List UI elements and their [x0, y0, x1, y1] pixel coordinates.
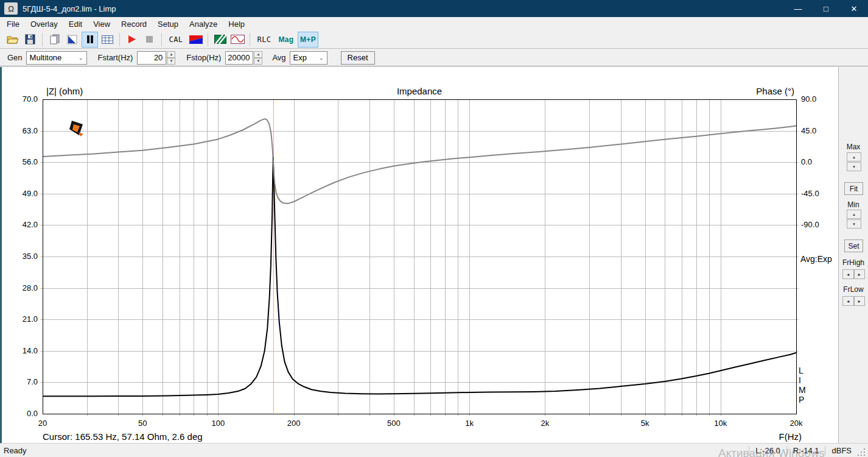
min-stepper[interactable]: ▲▼ — [847, 210, 861, 229]
cal-text-icon: CAL — [169, 35, 183, 44]
generator-setup-button[interactable] — [187, 32, 204, 48]
step-down-icon[interactable]: ▼ — [167, 58, 175, 65]
toolbar-separator — [42, 33, 43, 46]
step-down-icon[interactable]: ▼ — [254, 58, 262, 65]
chevron-down-icon: ⌄ — [319, 55, 324, 61]
generator-type-select[interactable]: Multitone ⌄ — [26, 51, 87, 65]
fit-label: Fit — [850, 185, 858, 193]
generator-controls: Gen Multitone ⌄ Fstart(Hz) 20 ▲▼ Fstop(H… — [0, 49, 868, 66]
menubar: FileOverlayEditViewRecordSetupAnalyzeHel… — [0, 17, 868, 30]
fstart-label: Fstart(Hz) — [98, 53, 133, 62]
arrow-left-icon[interactable]: ◄ — [842, 269, 854, 279]
step-up-icon[interactable]: ▲ — [167, 51, 175, 58]
step-down-icon[interactable]: ▼ — [847, 162, 861, 171]
step-down-icon[interactable]: ▼ — [847, 219, 861, 228]
table-grid-icon — [102, 35, 113, 44]
set-button[interactable]: Set — [844, 239, 863, 252]
record-start-button[interactable] — [124, 32, 140, 48]
open-file-button[interactable] — [4, 32, 21, 48]
chart-plot-area[interactable] — [43, 99, 796, 414]
toolbar-separator — [250, 33, 250, 46]
arrow-right-icon[interactable]: ► — [854, 296, 866, 306]
gen-label: Gen — [7, 53, 23, 62]
status-separator — [786, 446, 787, 455]
fstop-label: Fstop(Hz) — [186, 53, 221, 62]
calibrate-button[interactable]: CAL — [166, 32, 186, 48]
open-folder-icon — [7, 35, 19, 44]
rlc-mode-button[interactable]: RLC — [254, 32, 275, 48]
magnitude-view-button[interactable]: Mag — [276, 32, 296, 48]
reset-label: Reset — [348, 53, 368, 62]
menu-item-help[interactable]: Help — [223, 18, 250, 30]
status-right-level: R:-14.1 — [793, 446, 819, 455]
status-ready: Ready — [0, 446, 743, 455]
status-units: dBFS — [831, 446, 852, 455]
status-separator — [749, 446, 749, 455]
copy-button[interactable] — [46, 32, 63, 48]
menu-item-record[interactable]: Record — [116, 18, 152, 30]
sine-wave-icon — [231, 35, 245, 44]
step-up-icon[interactable]: ▲ — [254, 51, 262, 58]
menu-item-edit[interactable]: Edit — [63, 18, 88, 30]
fstart-stepper[interactable]: ▲▼ — [167, 51, 175, 65]
menu-item-setup[interactable]: Setup — [152, 18, 184, 30]
min-label: Min — [839, 200, 868, 209]
max-label: Max — [839, 143, 868, 151]
pause-icon — [86, 35, 94, 43]
table-view-button[interactable] — [99, 32, 116, 48]
step-up-icon[interactable]: ▲ — [847, 210, 861, 219]
toolbar-separator — [208, 33, 208, 46]
step-up-icon[interactable]: ▲ — [847, 152, 861, 161]
overlay-button[interactable] — [64, 32, 80, 48]
set-label: Set — [848, 242, 859, 250]
avg-value: Exp — [293, 53, 307, 62]
menu-item-view[interactable]: View — [88, 18, 116, 30]
record-stop-button[interactable] — [141, 32, 158, 48]
toolbar-separator — [161, 33, 162, 46]
magnitude-phase-view-button[interactable]: M+P — [298, 32, 318, 48]
scale-panel: Max ▲▼ Fit Min ▲▼ Set FrHigh ◄► FrLow ◄► — [838, 67, 868, 443]
avg-select[interactable]: Exp ⌄ — [290, 51, 327, 65]
stop-icon — [145, 35, 153, 43]
rlc-text-icon: RLC — [257, 35, 271, 44]
limp-app-window: Ω 5ГДШ-5-4_доп2.lim - Limp — □ ✕ FileOve… — [0, 0, 868, 457]
frhigh-label: FrHigh — [839, 258, 868, 267]
avg-label: Avg — [272, 53, 285, 62]
play-icon — [127, 35, 136, 44]
save-file-button[interactable] — [22, 32, 38, 48]
fstop-stepper[interactable]: ▲▼ — [254, 51, 262, 65]
arrow-left-icon[interactable]: ◄ — [842, 296, 854, 306]
minimize-button[interactable]: — — [784, 0, 812, 17]
title-bar: Ω 5ГДШ-5-4_доп2.lim - Limp — □ ✕ — [0, 0, 868, 17]
fstart-value: 20 — [154, 53, 163, 62]
window-title: 5ГДШ-5-4_доп2.lim - Limp — [23, 4, 784, 13]
red-blue-signal-icon — [189, 35, 203, 44]
maximize-button[interactable]: □ — [812, 0, 840, 17]
reset-button[interactable]: Reset — [341, 51, 375, 65]
save-floppy-icon — [25, 34, 35, 44]
copy-pages-icon — [49, 34, 60, 44]
mag-text-icon: Mag — [279, 35, 294, 44]
menu-item-analyze[interactable]: Analyze — [184, 18, 223, 30]
frlow-label: FrLow — [839, 285, 868, 294]
toolbar-separator — [119, 33, 120, 46]
toolbar: CAL RLC Mag — [0, 30, 868, 49]
fit-button[interactable]: Fit — [844, 182, 863, 195]
fstart-input[interactable]: 20 — [137, 51, 166, 65]
green-stripes-icon — [214, 35, 226, 44]
menu-item-file[interactable]: File — [1, 18, 25, 30]
measure-button[interactable] — [212, 32, 228, 48]
chevron-down-icon: ⌄ — [79, 55, 83, 61]
frlow-arrows[interactable]: ◄► — [842, 296, 865, 306]
app-omega-icon: Ω — [4, 2, 18, 15]
arrow-right-icon[interactable]: ► — [854, 269, 866, 279]
pause-button[interactable] — [82, 32, 98, 48]
resize-grip[interactable] — [858, 447, 866, 456]
signal-generator-button[interactable] — [229, 32, 246, 48]
close-button[interactable]: ✕ — [840, 0, 868, 17]
menu-item-overlay[interactable]: Overlay — [25, 18, 63, 30]
status-left-level: L:-26.0 — [755, 446, 780, 455]
max-stepper[interactable]: ▲▼ — [847, 152, 861, 172]
frhigh-arrows[interactable]: ◄► — [842, 269, 865, 279]
fstop-input[interactable]: 20000 — [225, 51, 253, 65]
